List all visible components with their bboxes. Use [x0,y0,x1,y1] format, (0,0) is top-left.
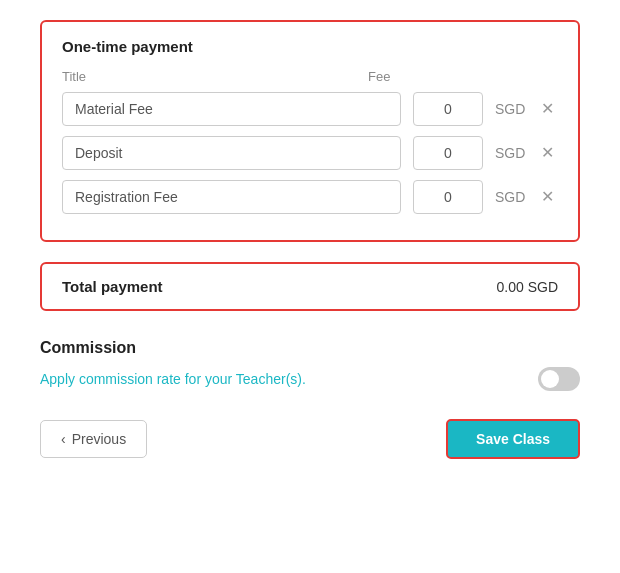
footer-buttons: ‹ Previous Save Class [40,419,580,459]
commission-desc-highlight: Teacher(s) [236,371,302,387]
total-payment-label: Total payment [62,278,163,295]
commission-desc-before: Apply commission rate for your [40,371,236,387]
fee-remove-button-3[interactable]: ✕ [537,187,558,207]
column-headers: Title Fee [62,69,558,84]
fee-title-input-2[interactable] [62,136,401,170]
fee-row-1: SGD ✕ [62,92,558,126]
one-time-payment-title: One-time payment [62,38,558,55]
fee-row-2: SGD ✕ [62,136,558,170]
previous-icon: ‹ [61,431,66,447]
previous-label: Previous [72,431,126,447]
fee-amount-input-1[interactable] [413,92,483,126]
fee-row-3: SGD ✕ [62,180,558,214]
total-payment-value: 0.00 SGD [497,279,558,295]
commission-toggle[interactable] [538,367,580,391]
fee-currency-3: SGD [495,189,525,205]
fee-amount-input-3[interactable] [413,180,483,214]
save-class-button[interactable]: Save Class [446,419,580,459]
fee-title-input-1[interactable] [62,92,401,126]
previous-button[interactable]: ‹ Previous [40,420,147,458]
fee-remove-button-1[interactable]: ✕ [537,99,558,119]
commission-row: Apply commission rate for your Teacher(s… [40,367,580,391]
fee-amount-input-2[interactable] [413,136,483,170]
total-payment-box: Total payment 0.00 SGD [40,262,580,311]
commission-section: Commission Apply commission rate for you… [40,339,580,391]
column-title-label: Title [62,69,368,84]
column-fee-label: Fee [368,69,528,84]
toggle-slider [538,367,580,391]
one-time-payment-section: One-time payment Title Fee SGD ✕ SGD ✕ S… [40,20,580,242]
commission-description: Apply commission rate for your Teacher(s… [40,371,306,387]
commission-desc-after: . [302,371,306,387]
commission-title: Commission [40,339,580,357]
fee-currency-1: SGD [495,101,525,117]
fee-remove-button-2[interactable]: ✕ [537,143,558,163]
fee-currency-2: SGD [495,145,525,161]
fee-title-input-3[interactable] [62,180,401,214]
